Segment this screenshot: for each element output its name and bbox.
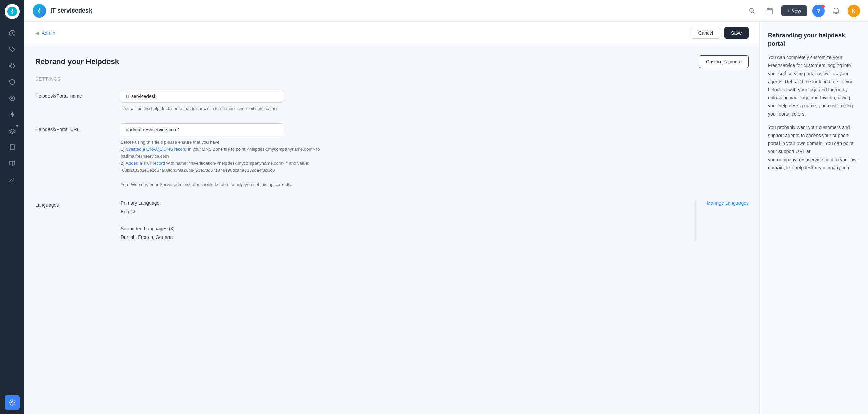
languages-label: Languages: [35, 199, 110, 242]
breadcrumb: ◀ Admin: [35, 30, 55, 36]
svg-rect-14: [767, 8, 772, 14]
page-body: Rebrand your Helpdesk Customize portal S…: [24, 44, 760, 263]
notifications-button[interactable]: [830, 5, 842, 17]
svg-point-0: [7, 7, 17, 16]
portal-name-help: This will be the help desk name that is …: [121, 105, 358, 112]
customize-portal-button[interactable]: Customize portal: [699, 55, 749, 68]
manage-languages-link[interactable]: Manage Languages: [707, 199, 749, 206]
sidebar: [0, 0, 24, 414]
breadcrumb-admin-link[interactable]: Admin: [42, 30, 55, 36]
svg-marker-11: [38, 8, 41, 11]
languages-text: Primary Language: English Supported Lang…: [121, 199, 685, 242]
right-panel: Rebranding your helpdesk portal You can …: [760, 22, 868, 414]
portal-url-help: Before using this field please ensure th…: [121, 139, 358, 188]
sidebar-item-lightning[interactable]: [5, 107, 20, 122]
brand-icon: [33, 4, 46, 18]
sidebar-item-circle[interactable]: [5, 91, 20, 106]
svg-marker-12: [38, 11, 41, 14]
sidebar-item-shield[interactable]: [5, 75, 20, 89]
portal-name-label: Helpdesk/Portal name: [35, 90, 110, 112]
txt-record-link[interactable]: Added a TXT record: [125, 161, 165, 166]
right-panel-title: Rebranding your helpdesk portal: [768, 31, 860, 48]
search-button[interactable]: [746, 5, 758, 17]
right-panel-para1: You can completely customize your Freshs…: [768, 54, 860, 118]
sidebar-item-chart[interactable]: [5, 172, 20, 187]
header-actions: + New ? K: [746, 5, 860, 17]
languages-field: Primary Language: English Supported Lang…: [121, 199, 749, 242]
portal-url-step2-prefix: 2): [121, 161, 125, 166]
user-avatar[interactable]: K: [848, 5, 860, 17]
sidebar-item-tickets[interactable]: [5, 26, 20, 41]
svg-point-10: [12, 402, 13, 403]
supported-languages: Supported Languages (3): Danish, French,…: [121, 225, 685, 242]
sidebar-item-layers[interactable]: [5, 123, 20, 138]
svg-point-5: [11, 64, 14, 68]
portal-url-step1-prefix: 1): [121, 147, 126, 152]
sidebar-logo[interactable]: [5, 4, 20, 19]
main-area: IT servicedesk + New ?: [24, 0, 868, 414]
brand-name: IT servicedesk: [50, 7, 92, 14]
portal-url-label: Helpdesk/Portal URL: [35, 123, 110, 188]
languages-content: Primary Language: English Supported Lang…: [121, 199, 749, 242]
page-title-row: Rebrand your Helpdesk Customize portal: [35, 55, 749, 68]
cancel-button[interactable]: Cancel: [691, 27, 720, 39]
sub-header: ◀ Admin Cancel Save: [24, 22, 760, 44]
page-title: Rebrand your Helpdesk: [35, 57, 119, 66]
portal-url-footer: Your Webmaster or Server administrator s…: [121, 182, 292, 187]
sidebar-item-book[interactable]: [5, 156, 20, 171]
portal-url-help-prefix: Before using this field please ensure th…: [121, 140, 221, 145]
header-brand: IT servicedesk: [33, 4, 746, 18]
sidebar-item-document[interactable]: [5, 140, 20, 154]
main-content: ◀ Admin Cancel Save Rebrand your Helpdes…: [24, 22, 760, 414]
breadcrumb-arrow: ◀: [35, 30, 39, 36]
svg-point-13: [750, 8, 753, 12]
calendar-button[interactable]: [764, 5, 776, 17]
primary-language-label: Primary Language: English: [121, 199, 685, 216]
sidebar-item-settings[interactable]: [5, 395, 20, 410]
lang-separator: [695, 199, 696, 242]
content-area: ◀ Admin Cancel Save Rebrand your Helpdes…: [24, 22, 868, 414]
settings-section-label: Settings: [35, 76, 749, 82]
right-panel-para2: You probably want your customers and sup…: [768, 124, 860, 172]
portal-url-row: Helpdesk/Portal URL Before using this fi…: [35, 123, 749, 188]
portal-name-input[interactable]: [121, 90, 283, 103]
svg-marker-8: [11, 112, 14, 117]
new-button[interactable]: + New: [781, 5, 807, 16]
svg-point-4: [11, 48, 12, 49]
portal-name-row: Helpdesk/Portal name This will be the he…: [35, 90, 749, 112]
save-button[interactable]: Save: [724, 27, 749, 39]
sidebar-item-tag[interactable]: [5, 42, 20, 57]
sidebar-item-bug[interactable]: [5, 58, 20, 73]
top-header: IT servicedesk + New ?: [24, 0, 868, 22]
portal-name-field: This will be the help desk name that is …: [121, 90, 749, 112]
help-button[interactable]: ?: [812, 5, 825, 17]
portal-url-field: Before using this field please ensure th…: [121, 123, 749, 188]
svg-point-7: [11, 97, 13, 99]
cname-link[interactable]: Created a CNAME DNS record: [126, 147, 186, 152]
languages-row: Languages Primary Language: English Sup: [35, 199, 749, 242]
portal-url-input[interactable]: [121, 123, 283, 136]
sub-header-actions: Cancel Save: [691, 27, 749, 39]
